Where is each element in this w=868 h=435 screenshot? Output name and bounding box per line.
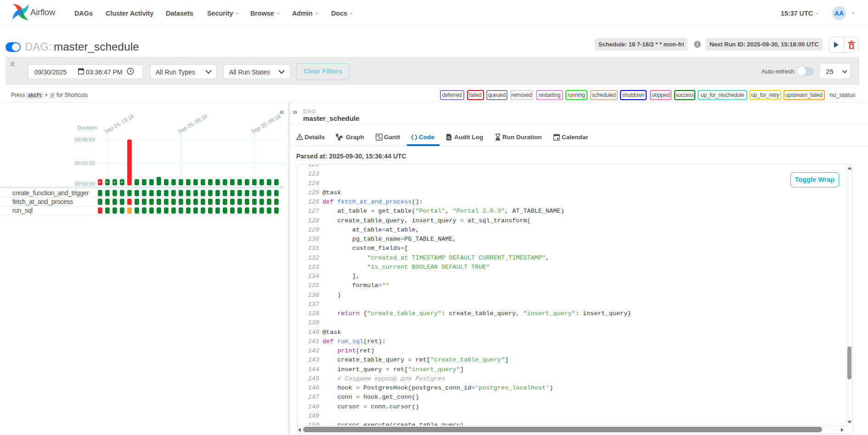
svg-text:Sep 24, 13:18: Sep 24, 13:18 (103, 113, 135, 135)
svg-text:Sep 30, 09:18: Sep 30, 09:18 (250, 113, 282, 135)
svg-text:Sep 26, 09:18: Sep 26, 09:18 (177, 113, 208, 135)
svg-text:00:05:04: 00:05:04 (74, 137, 95, 142)
svg-text:fetch_at_and_process: fetch_at_and_process (12, 198, 73, 205)
svg-text:00:00:00: 00:00:00 (74, 181, 95, 186)
svg-text:Duration: Duration (77, 125, 97, 130)
svg-text:run_sql: run_sql (12, 207, 33, 214)
svg-text:00:02:32: 00:02:32 (74, 160, 95, 166)
svg-text:create_function_and_trigger: create_function_and_trigger (12, 189, 89, 197)
